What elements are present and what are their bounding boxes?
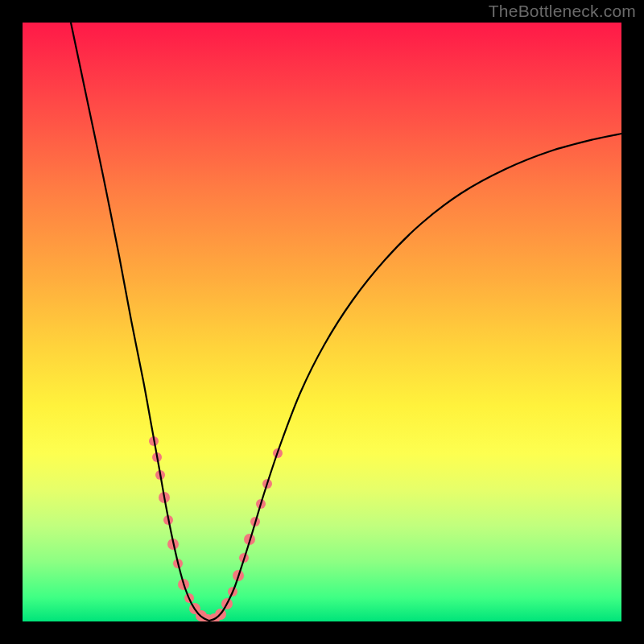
chart-frame: TheBottleneck.com — [0, 0, 644, 644]
line-layer — [71, 23, 621, 621]
curve-left-curve — [71, 23, 209, 621]
watermark-label: TheBottleneck.com — [489, 2, 636, 21]
marker-layer — [149, 436, 283, 621]
chart-svg — [23, 23, 621, 621]
curve-right-curve — [209, 134, 621, 621]
plot-area — [23, 23, 621, 621]
